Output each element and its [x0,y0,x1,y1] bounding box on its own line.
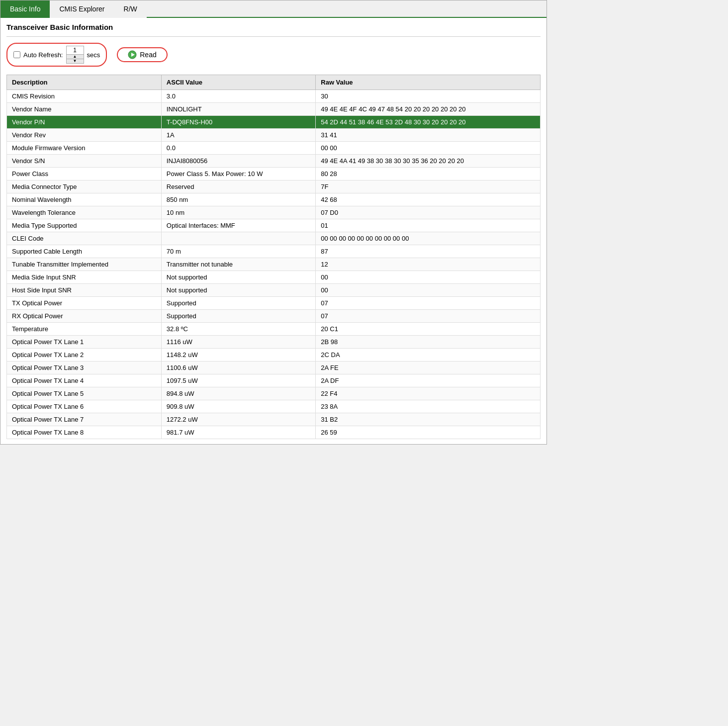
table-cell-ascii-26: 981.7 uW [161,426,315,439]
read-label: Read [140,51,156,59]
table-cell-desc-7: Media Connector Type [7,181,162,193]
table-cell-ascii-0: 3.0 [161,90,315,103]
table-cell-ascii-24: 909.8 uW [161,400,315,413]
divider-top [6,36,541,37]
table-row: RX Optical PowerSupported07 [7,310,541,323]
table-cell-desc-6: Power Class [7,168,162,181]
table-row: Host Side Input SNRNot supported00 [7,284,541,297]
app-window: Basic Info CMIS Explorer R/W Transceiver… [0,0,547,445]
table-cell-desc-25: Optical Power TX Lane 7 [7,413,162,426]
table-cell-desc-9: Wavelength Tolerance [7,206,162,219]
secs-input[interactable] [67,46,84,54]
table-row: CMIS Revision3.030 [7,90,541,103]
spin-up-button[interactable]: ▲ [67,54,84,59]
table-cell-ascii-23: 894.8 uW [161,387,315,400]
table-cell-raw-14: 00 [316,271,541,284]
table-cell-desc-14: Media Side Input SNR [7,271,162,284]
table-cell-ascii-13: Transmitter not tunable [161,258,315,271]
table-row: Power ClassPower Class 5. Max Power: 10 … [7,168,541,181]
read-button-wrap: Read [117,47,167,62]
table-cell-desc-5: Vendor S/N [7,155,162,168]
table-cell-raw-26: 26 59 [316,426,541,439]
table-row: Supported Cable Length70 m87 [7,245,541,258]
table-row: Vendor Rev1A31 41 [7,129,541,142]
table-cell-raw-11: 00 00 00 00 00 00 00 00 00 00 [316,232,541,245]
table-cell-ascii-21: 1100.6 uW [161,362,315,374]
tab-basic-info[interactable]: Basic Info [0,0,50,18]
tab-bar: Basic Info CMIS Explorer R/W [0,0,546,18]
table-cell-desc-15: Host Side Input SNR [7,284,162,297]
table-cell-ascii-4: 0.0 [161,142,315,155]
table-cell-ascii-5: INJAI8080056 [161,155,315,168]
table-row: Optical Power TX Lane 6909.8 uW23 8A [7,400,541,413]
table-cell-desc-26: Optical Power TX Lane 8 [7,426,162,439]
table-cell-desc-18: Temperature [7,323,162,336]
table-cell-raw-2: 54 2D 44 51 38 46 4E 53 2D 48 30 30 20 2… [316,116,541,129]
tab-rw[interactable]: R/W [114,0,147,18]
table-cell-desc-10: Media Type Supported [7,219,162,232]
table-cell-ascii-17: Supported [161,310,315,323]
page-title: Transceiver Basic Information [6,23,541,31]
table-cell-raw-16: 07 [316,297,541,310]
table-cell-ascii-14: Not supported [161,271,315,284]
table-row: Optical Power TX Lane 31100.6 uW2A FE [7,362,541,374]
table-cell-desc-22: Optical Power TX Lane 4 [7,374,162,387]
table-cell-ascii-3: 1A [161,129,315,142]
col-header-ascii: ASCII Value [161,75,315,90]
table-cell-raw-0: 30 [316,90,541,103]
table-cell-ascii-11 [161,232,315,245]
table-cell-ascii-18: 32.8 ºC [161,323,315,336]
table-cell-desc-16: TX Optical Power [7,297,162,310]
table-cell-raw-21: 2A FE [316,362,541,374]
table-cell-desc-20: Optical Power TX Lane 2 [7,349,162,362]
table-cell-raw-24: 23 8A [316,400,541,413]
col-header-raw: Raw Value [316,75,541,90]
table-cell-desc-23: Optical Power TX Lane 5 [7,387,162,400]
table-cell-raw-23: 22 F4 [316,387,541,400]
secs-spinbox: ▲ ▼ [66,46,84,64]
table-row: Tunable Transmitter ImplementedTransmitt… [7,258,541,271]
secs-label: secs [87,51,100,59]
table-cell-ascii-6: Power Class 5. Max Power: 10 W [161,168,315,181]
table-cell-raw-20: 2C DA [316,349,541,362]
table-row: Media Side Input SNRNot supported00 [7,271,541,284]
table-cell-ascii-9: 10 nm [161,206,315,219]
table-cell-ascii-15: Not supported [161,284,315,297]
table-cell-desc-3: Vendor Rev [7,129,162,142]
table-cell-raw-17: 07 [316,310,541,323]
table-cell-ascii-1: INNOLIGHT [161,103,315,116]
table-cell-raw-1: 49 4E 4E 4F 4C 49 47 48 54 20 20 20 20 2… [316,103,541,116]
table-cell-raw-10: 01 [316,219,541,232]
table-row: Optical Power TX Lane 71272.2 uW31 B2 [7,413,541,426]
table-row: Nominal Wavelength850 nm42 68 [7,193,541,206]
read-button[interactable]: Read [128,50,156,59]
table-cell-desc-21: Optical Power TX Lane 3 [7,362,162,374]
tab-cmis-explorer[interactable]: CMIS Explorer [50,0,114,18]
table-cell-raw-13: 12 [316,258,541,271]
table-cell-ascii-10: Optical Interfaces: MMF [161,219,315,232]
table-cell-desc-11: CLEI Code [7,232,162,245]
table-row: Media Type SupportedOptical Interfaces: … [7,219,541,232]
table-cell-ascii-25: 1272.2 uW [161,413,315,426]
table-cell-ascii-7: Reserved [161,181,315,193]
table-cell-raw-22: 2A DF [316,374,541,387]
table-row: Optical Power TX Lane 5894.8 uW22 F4 [7,387,541,400]
table-cell-desc-1: Vendor Name [7,103,162,116]
auto-refresh-label: Auto Refresh: [23,51,63,59]
table-cell-ascii-12: 70 m [161,245,315,258]
auto-refresh-group: Auto Refresh: ▲ ▼ secs [6,43,107,67]
table-cell-raw-8: 42 68 [316,193,541,206]
table-cell-raw-12: 87 [316,245,541,258]
table-row: Vendor NameINNOLIGHT49 4E 4E 4F 4C 49 47… [7,103,541,116]
table-cell-raw-18: 20 C1 [316,323,541,336]
table-cell-ascii-19: 1116 uW [161,336,315,349]
table-cell-raw-9: 07 D0 [316,206,541,219]
auto-refresh-checkbox[interactable] [13,51,20,58]
table-cell-desc-4: Module Firmware Version [7,142,162,155]
spin-down-button[interactable]: ▼ [67,59,84,63]
table-cell-raw-4: 00 00 [316,142,541,155]
table-row: Optical Power TX Lane 41097.5 uW2A DF [7,374,541,387]
table-row: TX Optical PowerSupported07 [7,297,541,310]
read-icon [128,50,137,59]
table-cell-raw-19: 2B 98 [316,336,541,349]
